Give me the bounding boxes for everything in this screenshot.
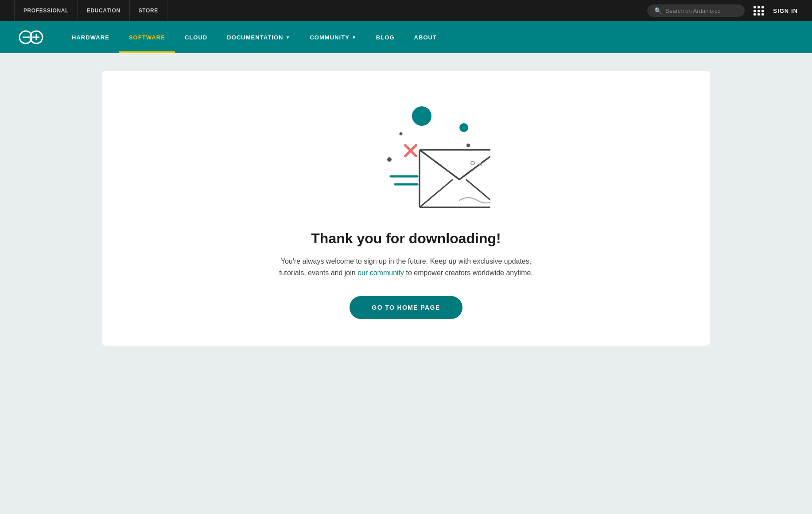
go-to-home-button[interactable]: GO TO HOME PAGE: [350, 296, 462, 319]
chevron-down-icon: ▼: [285, 35, 290, 40]
topbar-item-professional[interactable]: PROFESSIONAL: [14, 0, 78, 21]
nav-item-documentation[interactable]: DOCUMENTATION ▼: [217, 21, 300, 53]
topbar-item-store[interactable]: STORE: [130, 0, 167, 21]
nav-item-blog[interactable]: BLOG: [366, 21, 404, 53]
top-bar-right: 🔍 SIGN IN: [647, 4, 798, 17]
arduino-logo[interactable]: [18, 29, 44, 45]
svg-point-6: [459, 123, 468, 132]
search-icon: 🔍: [654, 7, 662, 14]
chevron-down-icon: ▼: [352, 35, 357, 40]
grid-icon[interactable]: [754, 6, 764, 16]
top-bar: PROFESSIONAL EDUCATION STORE 🔍 SIGN IN: [0, 0, 812, 21]
nav-item-cloud[interactable]: CLOUD: [175, 21, 217, 53]
search-input[interactable]: [665, 8, 736, 14]
svg-point-8: [387, 157, 392, 162]
sign-in-button[interactable]: SIGN IN: [773, 8, 798, 14]
topbar-item-education[interactable]: EDUCATION: [78, 0, 130, 21]
nav-item-community[interactable]: COMMUNITY ▼: [300, 21, 366, 53]
page-content: Thank you for downloading! You're always…: [0, 53, 812, 514]
main-nav: HARDWARE SOFTWARE CLOUD DOCUMENTATION ▼ …: [0, 21, 812, 53]
nav-item-hardware[interactable]: HARDWARE: [62, 21, 119, 53]
nav-item-about[interactable]: ABOUT: [404, 21, 447, 53]
svg-point-10: [466, 144, 470, 147]
community-link[interactable]: our community: [357, 269, 404, 276]
svg-point-11: [399, 132, 402, 136]
illustration: [322, 97, 490, 213]
main-card: Thank you for downloading! You're always…: [102, 71, 710, 346]
thank-you-title: Thank you for downloading!: [311, 230, 501, 247]
nav-items: HARDWARE SOFTWARE CLOUD DOCUMENTATION ▼ …: [62, 21, 447, 53]
thank-you-description: You're always welcome to sign up in the …: [269, 256, 544, 278]
top-bar-nav: PROFESSIONAL EDUCATION STORE: [14, 0, 167, 21]
svg-point-5: [412, 106, 431, 126]
search-bar[interactable]: 🔍: [647, 4, 745, 17]
nav-item-software[interactable]: SOFTWARE: [119, 21, 175, 53]
